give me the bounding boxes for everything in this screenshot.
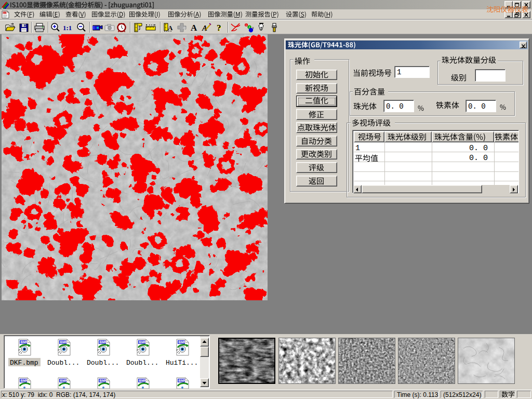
svg-text:3: 3 <box>252 26 254 30</box>
svg-text:BMP: BMP <box>99 340 107 344</box>
svg-text:BMP: BMP <box>139 340 147 344</box>
svg-text:BMP: BMP <box>99 379 107 382</box>
svg-text:BMP: BMP <box>178 379 186 382</box>
svg-text:BMP: BMP <box>60 340 68 344</box>
svg-text:BMP: BMP <box>60 379 68 382</box>
svg-text:DOC: DOC <box>3 11 8 14</box>
svg-text:1:1: 1:1 <box>63 24 72 32</box>
svg-text:BMP: BMP <box>20 340 28 344</box>
svg-text:BMP: BMP <box>20 379 28 382</box>
svg-text:?: ? <box>217 23 221 33</box>
svg-text:BMP: BMP <box>139 379 147 382</box>
svg-text:1: 1 <box>246 23 247 26</box>
svg-text:A: A <box>191 23 197 33</box>
svg-text:A: A <box>168 24 173 32</box>
svg-text:2: 2 <box>249 25 250 29</box>
svg-text:BMP: BMP <box>178 340 186 344</box>
